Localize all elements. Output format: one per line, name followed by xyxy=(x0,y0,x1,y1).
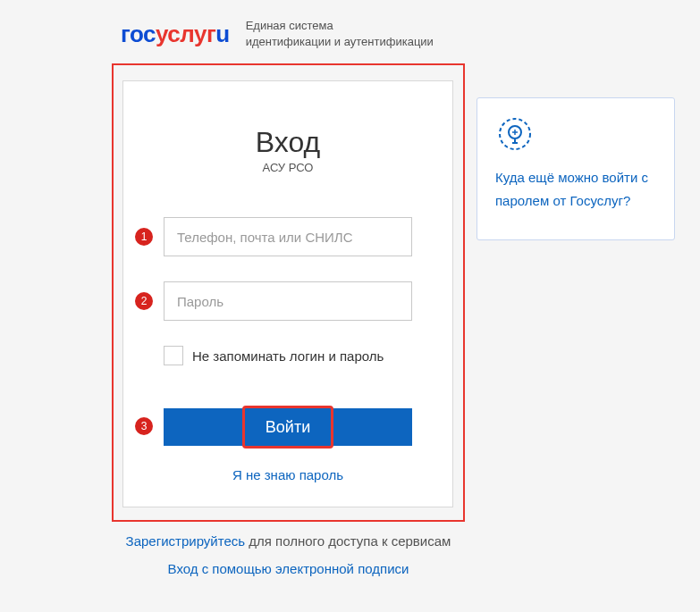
header: госуслугu Единая система идентификации и… xyxy=(0,0,700,59)
annotation-badge-1: 1 xyxy=(135,228,153,246)
gosuslugi-logo: госуслугu xyxy=(121,21,230,48)
electronic-signature-link[interactable]: Вход с помощью электронной подписи xyxy=(168,561,409,576)
logo-part-gos: гос xyxy=(121,21,156,47)
login-button[interactable]: Войти xyxy=(164,408,412,446)
info-sidebar-card: Куда ещё можно войти с паролем от Госусл… xyxy=(477,97,675,240)
login-subtitle: АСУ РСО xyxy=(164,161,412,174)
login-field-row: 1 xyxy=(164,217,412,256)
password-field-row: 2 xyxy=(164,281,412,321)
dont-remember-label: Не запоминать логин и пароль xyxy=(192,348,384,364)
logo-part-i: u xyxy=(215,21,229,47)
login-card: Вход АСУ РСО 1 2 Не запоминать логин и п… xyxy=(122,80,453,507)
where-else-login-link[interactable]: Куда ещё можно войти с паролем от Госусл… xyxy=(495,170,648,208)
forgot-password-link[interactable]: Я не знаю пароль xyxy=(164,467,412,482)
footer-register-line: Зарегистрируйтесь для полного доступа к … xyxy=(112,533,465,549)
footer-links: Зарегистрируйтесь для полного доступа к … xyxy=(112,533,465,577)
tagline-line2: идентификации и аутентификации xyxy=(246,34,434,50)
dont-remember-checkbox[interactable] xyxy=(164,346,183,365)
register-rest-text: для полного доступа к сервисам xyxy=(245,533,451,549)
password-input[interactable] xyxy=(164,281,412,321)
tagline: Единая система идентификации и аутентифи… xyxy=(246,18,434,50)
logo-part-uslugi: услуг xyxy=(156,21,215,47)
lightbulb-icon xyxy=(495,114,535,154)
tagline-line1: Единая система xyxy=(246,18,434,34)
annotation-badge-2: 2 xyxy=(135,292,153,310)
login-title: Вход xyxy=(164,126,412,159)
footer-signature-line: Вход с помощью электронной подписи xyxy=(112,561,465,577)
login-button-row: 3 Войти xyxy=(164,408,412,446)
register-link[interactable]: Зарегистрируйтесь xyxy=(126,533,245,549)
annotation-badge-3: 3 xyxy=(135,417,153,435)
login-input[interactable] xyxy=(164,217,412,256)
remember-checkbox-row: Не запоминать логин и пароль xyxy=(164,346,412,365)
